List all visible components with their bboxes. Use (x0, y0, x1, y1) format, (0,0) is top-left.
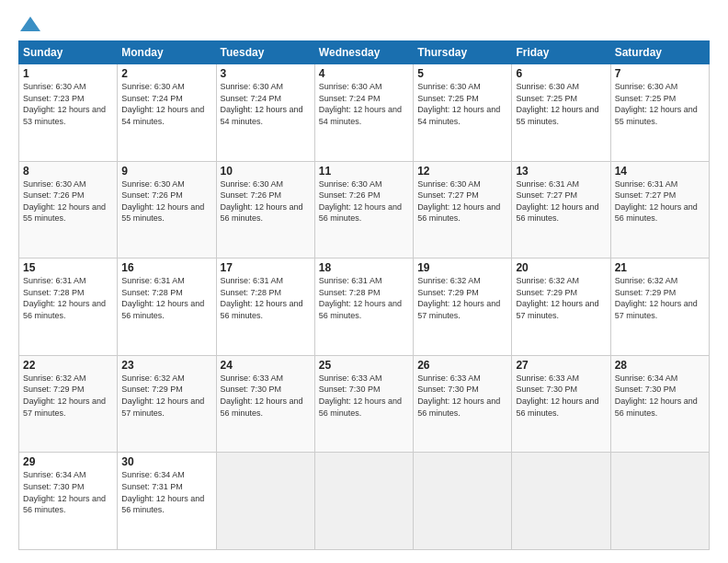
day-info: Sunrise: 6:32 AMSunset: 7:29 PMDaylight:… (516, 275, 606, 321)
calendar-day-cell: 25Sunrise: 6:33 AMSunset: 7:30 PMDayligh… (314, 355, 413, 453)
day-number: 9 (121, 165, 211, 178)
day-number: 22 (23, 359, 113, 372)
day-number: 26 (417, 359, 507, 372)
day-info: Sunrise: 6:31 AMSunset: 7:28 PMDaylight:… (221, 275, 311, 321)
day-number: 8 (23, 165, 113, 178)
logo-icon (20, 17, 40, 31)
calendar-day-cell: 15Sunrise: 6:31 AMSunset: 7:28 PMDayligh… (19, 259, 118, 356)
calendar-table: SundayMondayTuesdayWednesdayThursdayFrid… (18, 40, 710, 550)
day-number: 30 (121, 455, 211, 468)
day-number: 12 (417, 165, 507, 178)
day-info: Sunrise: 6:31 AMSunset: 7:27 PMDaylight:… (516, 178, 606, 224)
calendar-day-cell: 26Sunrise: 6:33 AMSunset: 7:30 PMDayligh… (414, 355, 512, 453)
calendar-day-cell: 13Sunrise: 6:31 AMSunset: 7:27 PMDayligh… (512, 161, 610, 259)
calendar-week-row: 8Sunrise: 6:30 AMSunset: 7:26 PMDaylight… (19, 161, 710, 259)
day-number: 21 (615, 261, 705, 274)
day-number: 24 (221, 359, 311, 372)
calendar-day-cell: 19Sunrise: 6:32 AMSunset: 7:29 PMDayligh… (414, 259, 512, 356)
calendar-day-cell: 8Sunrise: 6:30 AMSunset: 7:26 PMDaylight… (19, 161, 118, 259)
day-number: 28 (615, 359, 705, 372)
day-number: 17 (221, 261, 311, 274)
calendar-day-cell: 11Sunrise: 6:30 AMSunset: 7:26 PMDayligh… (314, 161, 413, 259)
day-number: 16 (121, 261, 211, 274)
day-info: Sunrise: 6:30 AMSunset: 7:25 PMDaylight:… (615, 81, 705, 127)
day-info: Sunrise: 6:33 AMSunset: 7:30 PMDaylight:… (516, 373, 606, 419)
day-info: Sunrise: 6:30 AMSunset: 7:24 PMDaylight:… (221, 81, 311, 127)
calendar-day-cell: 4Sunrise: 6:30 AMSunset: 7:24 PMDaylight… (314, 64, 413, 162)
day-number: 15 (23, 261, 113, 274)
calendar-day-cell: 24Sunrise: 6:33 AMSunset: 7:30 PMDayligh… (216, 355, 314, 453)
calendar-day-cell: 5Sunrise: 6:30 AMSunset: 7:25 PMDaylight… (414, 64, 512, 162)
day-info: Sunrise: 6:30 AMSunset: 7:25 PMDaylight:… (516, 81, 606, 127)
calendar-day-cell: 16Sunrise: 6:31 AMSunset: 7:28 PMDayligh… (118, 259, 216, 356)
calendar-day-cell: 2Sunrise: 6:30 AMSunset: 7:24 PMDaylight… (118, 64, 216, 162)
calendar-day-cell: 1Sunrise: 6:30 AMSunset: 7:23 PMDaylight… (19, 64, 118, 162)
day-info: Sunrise: 6:33 AMSunset: 7:30 PMDaylight:… (221, 373, 311, 419)
day-number: 11 (319, 165, 409, 178)
header (18, 17, 710, 33)
calendar-day-cell: 7Sunrise: 6:30 AMSunset: 7:25 PMDaylight… (610, 64, 709, 162)
day-info: Sunrise: 6:31 AMSunset: 7:28 PMDaylight:… (319, 275, 409, 321)
calendar-day-cell: 18Sunrise: 6:31 AMSunset: 7:28 PMDayligh… (314, 259, 413, 356)
day-info: Sunrise: 6:30 AMSunset: 7:26 PMDaylight:… (221, 178, 311, 224)
day-number: 14 (615, 165, 705, 178)
calendar-day-cell (314, 453, 413, 550)
day-info: Sunrise: 6:30 AMSunset: 7:24 PMDaylight:… (319, 81, 409, 127)
day-info: Sunrise: 6:30 AMSunset: 7:26 PMDaylight:… (23, 178, 113, 224)
day-number: 3 (221, 67, 311, 80)
calendar-day-cell (216, 453, 314, 550)
day-number: 13 (516, 165, 606, 178)
calendar-day-cell (610, 453, 709, 550)
day-info: Sunrise: 6:32 AMSunset: 7:29 PMDaylight:… (417, 275, 507, 321)
calendar-week-row: 22Sunrise: 6:32 AMSunset: 7:29 PMDayligh… (19, 355, 710, 453)
calendar-day-cell: 9Sunrise: 6:30 AMSunset: 7:26 PMDaylight… (118, 161, 216, 259)
weekday-header-saturday: Saturday (610, 41, 709, 64)
calendar-day-cell (414, 453, 512, 550)
day-info: Sunrise: 6:32 AMSunset: 7:29 PMDaylight:… (23, 373, 113, 419)
page: SundayMondayTuesdayWednesdayThursdayFrid… (0, 0, 728, 563)
day-info: Sunrise: 6:30 AMSunset: 7:23 PMDaylight:… (23, 81, 113, 127)
weekday-header-thursday: Thursday (414, 41, 512, 64)
day-number: 18 (319, 261, 409, 274)
calendar-day-cell: 29Sunrise: 6:34 AMSunset: 7:30 PMDayligh… (19, 453, 118, 550)
day-info: Sunrise: 6:30 AMSunset: 7:27 PMDaylight:… (417, 178, 507, 224)
calendar-day-cell: 12Sunrise: 6:30 AMSunset: 7:27 PMDayligh… (414, 161, 512, 259)
weekday-header-sunday: Sunday (19, 41, 118, 64)
calendar-day-cell: 22Sunrise: 6:32 AMSunset: 7:29 PMDayligh… (19, 355, 118, 453)
calendar-day-cell: 30Sunrise: 6:34 AMSunset: 7:31 PMDayligh… (118, 453, 216, 550)
calendar-day-cell: 6Sunrise: 6:30 AMSunset: 7:25 PMDaylight… (512, 64, 610, 162)
day-number: 25 (319, 359, 409, 372)
calendar-day-cell: 21Sunrise: 6:32 AMSunset: 7:29 PMDayligh… (610, 259, 709, 356)
day-number: 6 (516, 67, 606, 80)
calendar-day-cell (512, 453, 610, 550)
logo (18, 17, 40, 33)
weekday-header-row: SundayMondayTuesdayWednesdayThursdayFrid… (19, 41, 710, 64)
calendar-day-cell: 27Sunrise: 6:33 AMSunset: 7:30 PMDayligh… (512, 355, 610, 453)
day-number: 1 (23, 67, 113, 80)
day-info: Sunrise: 6:30 AMSunset: 7:26 PMDaylight:… (121, 178, 211, 224)
day-info: Sunrise: 6:31 AMSunset: 7:28 PMDaylight:… (121, 275, 211, 321)
day-info: Sunrise: 6:34 AMSunset: 7:30 PMDaylight:… (615, 373, 705, 419)
day-number: 7 (615, 67, 705, 80)
day-number: 23 (121, 359, 211, 372)
day-number: 19 (417, 261, 507, 274)
svg-marker-0 (20, 17, 40, 31)
calendar-day-cell: 17Sunrise: 6:31 AMSunset: 7:28 PMDayligh… (216, 259, 314, 356)
day-number: 20 (516, 261, 606, 274)
day-info: Sunrise: 6:30 AMSunset: 7:25 PMDaylight:… (417, 81, 507, 127)
day-number: 27 (516, 359, 606, 372)
weekday-header-wednesday: Wednesday (314, 41, 413, 64)
day-info: Sunrise: 6:31 AMSunset: 7:28 PMDaylight:… (23, 275, 113, 321)
calendar-day-cell: 10Sunrise: 6:30 AMSunset: 7:26 PMDayligh… (216, 161, 314, 259)
calendar-day-cell: 14Sunrise: 6:31 AMSunset: 7:27 PMDayligh… (610, 161, 709, 259)
calendar-day-cell: 3Sunrise: 6:30 AMSunset: 7:24 PMDaylight… (216, 64, 314, 162)
weekday-header-monday: Monday (118, 41, 216, 64)
day-info: Sunrise: 6:32 AMSunset: 7:29 PMDaylight:… (615, 275, 705, 321)
day-info: Sunrise: 6:34 AMSunset: 7:31 PMDaylight:… (121, 469, 211, 515)
day-info: Sunrise: 6:30 AMSunset: 7:24 PMDaylight:… (121, 81, 211, 127)
calendar-day-cell: 28Sunrise: 6:34 AMSunset: 7:30 PMDayligh… (610, 355, 709, 453)
day-info: Sunrise: 6:34 AMSunset: 7:30 PMDaylight:… (23, 469, 113, 515)
weekday-header-friday: Friday (512, 41, 610, 64)
day-number: 4 (319, 67, 409, 80)
calendar-week-row: 15Sunrise: 6:31 AMSunset: 7:28 PMDayligh… (19, 259, 710, 356)
